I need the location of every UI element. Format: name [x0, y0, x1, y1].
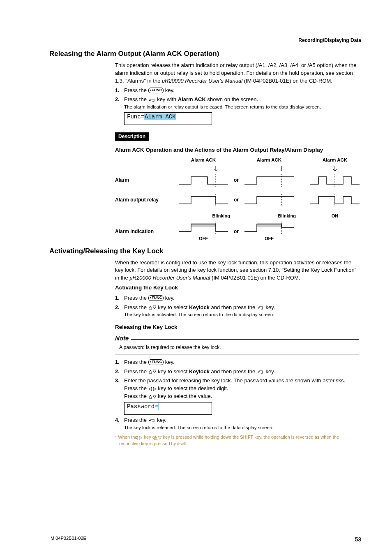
off-label: OFF [177, 236, 230, 242]
step-note: The key lock is activated. The screen re… [124, 311, 359, 318]
step-number: 1. [115, 87, 120, 95]
step-text: key. [156, 417, 167, 423]
shift-label: SHIFT [240, 435, 253, 439]
on-label: ON [332, 213, 339, 218]
svg-marker-17 [149, 387, 152, 391]
waveform-icon [242, 174, 296, 187]
step-note: The alarm indication or relay output is … [124, 104, 359, 111]
blinking-label: Blinking [212, 213, 230, 218]
section2-title: Activating/Releasing the Key Lock [49, 246, 361, 257]
step-item: 2. Press the key to select Keylock and t… [115, 304, 359, 319]
step-text: key. [164, 359, 175, 365]
waveform-icon [242, 194, 296, 206]
step-text: key to select the value. [157, 393, 212, 399]
step-text: Press the [124, 87, 148, 93]
row-label-indication: Alarm indication [115, 228, 177, 235]
svg-marker-14 [153, 306, 156, 309]
running-head: Recording/Displaying Data [49, 37, 361, 44]
note-block: Note A password is required to release t… [115, 334, 359, 354]
step-text: Press the [124, 359, 148, 365]
updown-icon [148, 369, 157, 374]
description-title: Alarm ACK Operation and the Actions of t… [115, 146, 359, 154]
step-text: shown on the screen. [206, 96, 258, 102]
step-text: and then press the [210, 368, 257, 375]
step-text-b: key. [164, 87, 175, 93]
step-text: Press the [124, 96, 148, 102]
manual-name: μR20000 Recorder User's Manual [162, 78, 242, 84]
step-text: key to select [157, 304, 189, 310]
step-number: 3. [115, 377, 120, 385]
waveform-icon: OFF [242, 222, 296, 242]
updown-icon [158, 435, 162, 440]
step-number: 2. [115, 368, 120, 376]
blinking-label: Blinking [278, 213, 296, 218]
updown-icon [148, 394, 157, 399]
step-number: 1. [115, 358, 120, 366]
keylock-label: Keylock [189, 304, 210, 310]
svg-marker-23 [154, 436, 157, 439]
step-text: Press the [124, 417, 148, 423]
lcd-value: Alarm ACK [144, 113, 176, 120]
step-number: 2. [115, 96, 120, 104]
release-title: Releasing the Key Lock [115, 323, 359, 331]
leftright-icon [148, 386, 157, 391]
footer-pagenum: 53 [355, 535, 361, 543]
step-item: 1. Press the FUNC key. [115, 358, 359, 366]
waveform-icon [308, 174, 362, 187]
svg-marker-18 [153, 387, 156, 391]
enter-icon [257, 369, 264, 374]
ack-label: Alarm ACK [242, 157, 296, 164]
lcd-prefix: Password= [127, 403, 158, 410]
lcd-display: Func=Alarm ACK [124, 112, 212, 125]
step-text: and then press the [210, 304, 257, 310]
footer-docid: IM 04P02B01-02E [49, 535, 86, 543]
keylock-label: Keylock [189, 368, 210, 375]
waveform-icon [177, 194, 230, 206]
or-label: or [230, 197, 242, 204]
step-item: 3. Enter the password for releasing the … [115, 377, 359, 414]
step-number: 4. [115, 416, 120, 424]
svg-marker-16 [153, 370, 156, 373]
row-label-alarm: Alarm [115, 177, 177, 184]
svg-marker-22 [139, 436, 142, 439]
step-item: 1. Press the FUNC key. [115, 87, 359, 95]
waveform-icon [308, 194, 362, 206]
intro-text-b: (IM 04P02B01-01E) on the CD-ROM. [210, 275, 300, 281]
step-note: The key lock is released. The screen ret… [124, 424, 359, 431]
svg-marker-21 [135, 436, 138, 439]
row-label-relay: Alarm output relay [115, 197, 177, 204]
step-text: key. [264, 304, 275, 310]
section1-intro: This operation releases the alarm indica… [115, 62, 359, 85]
step-text: Press the [124, 368, 148, 375]
section1-title: Releasing the Alarm Output (Alarm ACK Op… [49, 49, 361, 59]
func-key-icon: FUNC [148, 359, 164, 365]
intro-text-b: (IM 04P02B01-01E) on the CD-ROM. [242, 78, 332, 84]
leftright-icon [138, 435, 143, 440]
func-key-icon: FUNC [148, 295, 164, 301]
waveform-icon [177, 174, 230, 187]
waveform-icon: OFF [177, 222, 230, 242]
activate-title: Activating the Key Lock [115, 284, 359, 292]
step-text: Press the [124, 304, 148, 310]
svg-marker-20 [153, 395, 156, 398]
alarm-ack-label: Alarm ACK [178, 96, 206, 102]
step-text: key with [156, 96, 178, 102]
ack-label: Alarm ACK [308, 157, 362, 164]
lcd-display: Password= [124, 402, 212, 415]
step-text: Press the [124, 393, 148, 399]
enter-icon [257, 305, 264, 310]
svg-marker-15 [149, 370, 152, 373]
lcd-prefix: Func= [127, 113, 144, 120]
svg-marker-24 [158, 436, 161, 439]
svg-marker-13 [149, 306, 152, 309]
updown-icon [148, 305, 157, 310]
step-text: key to select [157, 368, 189, 375]
note-label: Note [115, 334, 129, 343]
description-label: Description [115, 132, 149, 141]
step-number: 2. [115, 304, 120, 312]
step-text: key to select the desired digit. [157, 385, 228, 391]
step-item: 2. Press the key with Alarm ACK shown on… [115, 96, 359, 125]
off-label: OFF [242, 236, 296, 242]
note-text: A password is required to release the ke… [115, 342, 359, 353]
footnote-text: key is pressed while holding down the [162, 435, 240, 439]
